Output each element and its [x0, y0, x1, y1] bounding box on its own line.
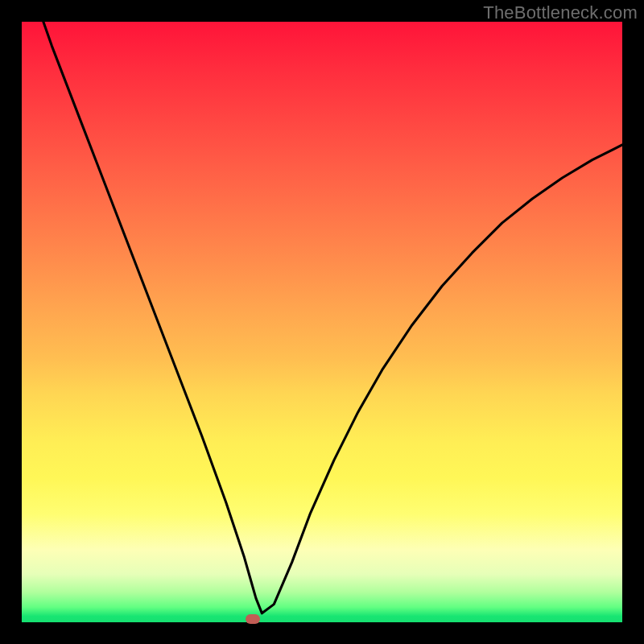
plot-area [22, 22, 622, 622]
curve-svg [22, 22, 622, 622]
optimum-marker [246, 614, 260, 624]
watermark-text: TheBottleneck.com [483, 2, 638, 23]
chart-frame: TheBottleneck.com [0, 0, 644, 644]
bottleneck-curve [43, 22, 622, 613]
